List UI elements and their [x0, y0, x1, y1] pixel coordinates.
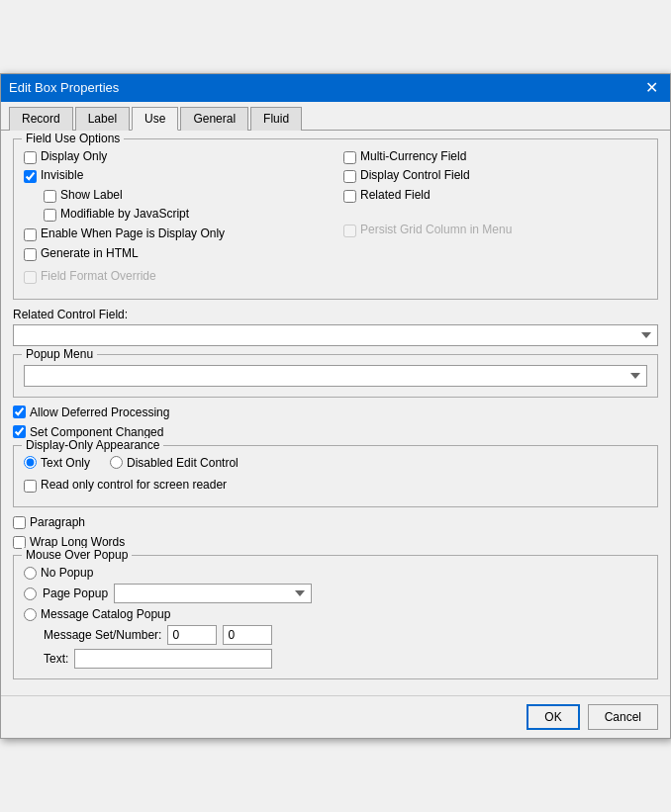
text-only-radio[interactable]	[24, 456, 37, 469]
popup-menu-dropdown[interactable]	[24, 365, 647, 387]
msg-set-number-row: Message Set/Number:	[44, 625, 647, 645]
display-control-field-checkbox[interactable]	[343, 170, 356, 183]
related-control-field-label: Related Control Field:	[13, 308, 658, 321]
page-popup-dropdown[interactable]	[114, 584, 312, 603]
no-popup-row: No Popup	[24, 566, 647, 580]
generate-html-row: Generate in HTML	[24, 246, 328, 262]
ok-button[interactable]: OK	[527, 704, 579, 730]
allow-deferred-label[interactable]: Allow Deferred Processing	[30, 406, 169, 419]
set-component-label[interactable]: Set Component Changed	[30, 425, 163, 439]
display-only-checkbox[interactable]	[24, 151, 37, 164]
msg-number-input[interactable]	[223, 625, 272, 645]
display-only-appearance-title: Display-Only Appearance	[22, 438, 163, 452]
invisible-row: Invisible	[24, 168, 328, 184]
popup-menu-group: Popup Menu	[13, 354, 658, 398]
cancel-button[interactable]: Cancel	[588, 704, 658, 730]
show-label-checkbox[interactable]	[44, 190, 56, 203]
display-only-appearance-group: Display-Only Appearance Text Only Disabl…	[13, 445, 658, 508]
enable-when-page-label[interactable]: Enable When Page is Display Only	[41, 226, 225, 242]
mouse-over-popup-group: Mouse Over Popup No Popup Page Popup	[13, 555, 658, 679]
modifiable-js-label[interactable]: Modifiable by JavaScript	[60, 207, 189, 223]
no-popup-label[interactable]: No Popup	[41, 566, 93, 580]
close-button[interactable]: ✕	[641, 80, 662, 96]
related-field-label[interactable]: Related Field	[360, 188, 431, 204]
related-field-checkbox[interactable]	[343, 190, 356, 203]
invisible-label[interactable]: Invisible	[41, 168, 83, 184]
related-field-row: Related Field	[343, 188, 647, 204]
display-control-field-label[interactable]: Display Control Field	[360, 168, 470, 184]
tab-record[interactable]: Record	[9, 107, 73, 131]
allow-deferred-checkbox[interactable]	[13, 406, 26, 418]
show-label-label[interactable]: Show Label	[60, 188, 123, 204]
wrap-long-words-label[interactable]: Wrap Long Words	[30, 535, 125, 549]
related-control-field-section: Related Control Field:	[13, 308, 658, 346]
set-component-checkbox[interactable]	[13, 425, 26, 438]
tab-general[interactable]: General	[180, 107, 248, 131]
field-format-override-checkbox	[24, 271, 37, 284]
text-only-radio-row: Text Only	[24, 456, 90, 470]
edit-box-properties-dialog: Edit Box Properties ✕ Record Label Use G…	[0, 73, 671, 740]
multi-currency-row: Multi-Currency Field	[343, 149, 647, 165]
popup-menu-title: Popup Menu	[22, 347, 97, 361]
invisible-checkbox[interactable]	[24, 170, 37, 183]
related-control-field-dropdown[interactable]	[13, 324, 658, 346]
enable-when-page-row: Enable When Page is Display Only	[24, 226, 328, 242]
read-only-screen-label[interactable]: Read only control for screen reader	[41, 478, 227, 494]
generate-html-label[interactable]: Generate in HTML	[41, 246, 139, 262]
paragraph-checkbox[interactable]	[13, 516, 26, 529]
wrap-long-words-row: Wrap Long Words	[13, 535, 658, 549]
display-control-field-row: Display Control Field	[343, 168, 647, 184]
disabled-edit-radio[interactable]	[110, 456, 123, 469]
modifiable-js-checkbox[interactable]	[44, 209, 56, 222]
read-only-screen-row: Read only control for screen reader	[24, 478, 647, 494]
generate-html-checkbox[interactable]	[24, 248, 37, 261]
read-only-screen-checkbox[interactable]	[24, 480, 37, 493]
message-catalog-row: Message Catalog Popup	[24, 607, 647, 621]
field-use-options-group: Field Use Options Display Only Invisible	[13, 138, 658, 300]
disabled-edit-radio-row: Disabled Edit Control	[110, 456, 239, 470]
multi-currency-label[interactable]: Multi-Currency Field	[360, 149, 466, 165]
display-only-appearance-content: Text Only Disabled Edit Control Read onl…	[24, 456, 647, 494]
field-use-options-title: Field Use Options	[22, 132, 124, 145]
field-format-override-label: Field Format Override	[41, 269, 156, 285]
title-bar: Edit Box Properties ✕	[1, 74, 670, 102]
disabled-edit-label[interactable]: Disabled Edit Control	[127, 456, 239, 470]
message-catalog-label[interactable]: Message Catalog Popup	[41, 607, 170, 621]
paragraph-label[interactable]: Paragraph	[30, 515, 85, 529]
display-only-row: Display Only	[24, 149, 328, 165]
field-format-override-row: Field Format Override	[24, 269, 647, 285]
allow-deferred-row: Allow Deferred Processing	[13, 406, 658, 419]
mouse-over-popup-content: No Popup Page Popup Message Catalog Popu…	[24, 566, 647, 669]
field-use-col1: Display Only Invisible Show Label M	[24, 149, 328, 266]
dialog-content: Field Use Options Display Only Invisible	[1, 131, 670, 696]
show-label-row: Show Label	[44, 188, 328, 204]
no-popup-radio[interactable]	[24, 567, 37, 580]
tab-bar: Record Label Use General Fluid	[1, 102, 670, 131]
persist-grid-checkbox	[343, 225, 356, 237]
message-catalog-radio[interactable]	[24, 608, 37, 621]
text-label: Text:	[44, 652, 68, 666]
multi-currency-checkbox[interactable]	[343, 151, 356, 164]
text-input[interactable]	[74, 649, 272, 669]
persist-grid-row: Persist Grid Column in Menu	[343, 223, 647, 238]
tab-label[interactable]: Label	[75, 107, 130, 131]
dialog-footer: OK Cancel	[1, 695, 670, 738]
text-row: Text:	[44, 649, 647, 669]
modifiable-js-row: Modifiable by JavaScript	[44, 207, 328, 223]
set-component-row: Set Component Changed	[13, 425, 658, 439]
paragraph-row: Paragraph	[13, 515, 658, 529]
page-popup-label[interactable]: Page Popup	[43, 586, 108, 600]
tab-use[interactable]: Use	[132, 107, 178, 131]
display-only-label[interactable]: Display Only	[41, 149, 107, 165]
mouse-over-popup-title: Mouse Over Popup	[22, 548, 132, 562]
field-use-col2: Multi-Currency Field Display Control Fie…	[343, 149, 647, 266]
enable-when-page-checkbox[interactable]	[24, 228, 37, 241]
msg-set-input[interactable]	[167, 625, 217, 645]
text-only-label[interactable]: Text Only	[41, 456, 90, 470]
field-use-options-content: Display Only Invisible Show Label M	[24, 149, 647, 285]
page-popup-radio[interactable]	[24, 587, 37, 600]
dialog-title: Edit Box Properties	[9, 80, 119, 95]
display-only-radio-group: Text Only Disabled Edit Control	[24, 456, 647, 474]
wrap-long-words-checkbox[interactable]	[13, 536, 26, 549]
tab-fluid[interactable]: Fluid	[250, 107, 302, 131]
